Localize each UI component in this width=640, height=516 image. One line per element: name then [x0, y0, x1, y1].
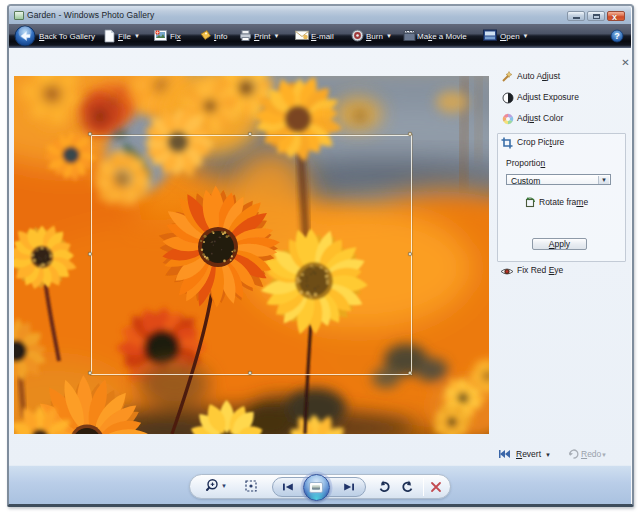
- svg-text:?: ?: [614, 31, 620, 41]
